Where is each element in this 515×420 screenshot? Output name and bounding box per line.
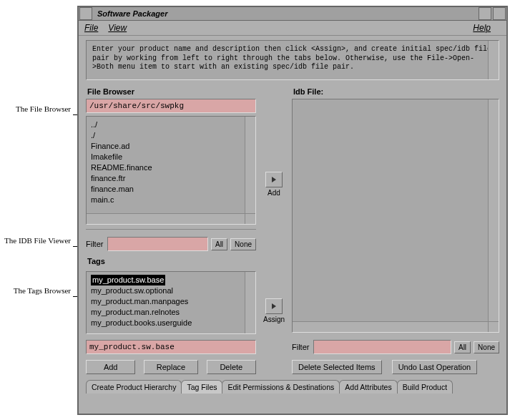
tags-label: Tags xyxy=(87,257,256,265)
menubar: File View Help xyxy=(79,21,506,36)
instruction-scrollbar[interactable] xyxy=(488,41,499,79)
file-list-item[interactable]: Imakefile xyxy=(91,152,251,162)
tags-add-button[interactable]: Add xyxy=(86,360,135,374)
file-list-item[interactable]: README.finance xyxy=(91,162,251,173)
tag-list-item[interactable]: my_product.sw.base xyxy=(91,275,251,285)
tag-list-item[interactable]: my_product.sw.optional xyxy=(91,285,251,296)
tab-add-attributes[interactable]: Add Attributes xyxy=(339,380,397,394)
annotation-text: The File Browser xyxy=(16,104,71,113)
add-arrow-button[interactable] xyxy=(265,172,283,187)
svg-marker-1 xyxy=(272,303,276,309)
tags-delete-button[interactable]: Delete xyxy=(207,360,256,374)
maximize-button[interactable] xyxy=(493,7,506,20)
titlebar[interactable]: Software Packager xyxy=(79,7,506,21)
window-title: Software Packager xyxy=(93,9,478,18)
file-list-item[interactable]: main.c xyxy=(91,195,251,205)
idb-filter-input[interactable] xyxy=(313,340,451,354)
idb-file-viewer[interactable] xyxy=(292,99,499,333)
tags-replace-button[interactable]: Replace xyxy=(144,360,197,374)
scrollbar-vertical[interactable] xyxy=(488,99,499,322)
scrollbar-horizontal[interactable] xyxy=(293,321,489,332)
tag-list-item[interactable]: my_product.books.userguide xyxy=(91,318,251,328)
window-menu-button[interactable] xyxy=(79,7,92,20)
idb-filter-label: Filter xyxy=(292,343,309,351)
file-browser-list[interactable]: .././Finance.adImakefileREADME.financefi… xyxy=(86,116,256,225)
svg-marker-0 xyxy=(272,177,276,182)
tags-list[interactable]: my_product.sw.basemy_product.sw.optional… xyxy=(86,271,256,334)
idb-none-button[interactable]: None xyxy=(474,341,499,353)
scrollbar-corner xyxy=(488,321,499,332)
annotation-text: The IDB File Viewer xyxy=(4,236,71,245)
scrollbar-horizontal[interactable] xyxy=(87,213,245,224)
tags-selected-field[interactable]: my_product.sw.base xyxy=(86,340,256,354)
idb-all-button[interactable]: All xyxy=(454,341,471,353)
add-label: Add xyxy=(268,189,280,197)
tag-list-item[interactable]: my_product.man.relnotes xyxy=(91,307,251,318)
instruction-content: Enter your product name and description … xyxy=(92,45,491,71)
file-list-item[interactable]: ../ xyxy=(91,119,251,130)
app-window: Software Packager File View Help Enter y… xyxy=(77,6,508,415)
scrollbar-vertical[interactable] xyxy=(245,272,255,333)
menu-view[interactable]: View xyxy=(108,23,127,33)
instruction-text: Enter your product name and description … xyxy=(86,40,499,80)
menu-help[interactable]: Help xyxy=(473,23,491,33)
file-browser-path[interactable]: /usr/share/src/swpkg xyxy=(86,99,256,113)
tab-edit-permissions[interactable]: Edit Permissions & Destinations xyxy=(222,380,340,394)
tab-tag-files[interactable]: Tag Files xyxy=(181,380,222,394)
scrollbar-vertical[interactable] xyxy=(245,117,255,214)
filter-label: Filter xyxy=(86,240,103,248)
assign-label: Assign xyxy=(263,316,285,323)
tab-create-product-hierarchy[interactable]: Create Product Hierarchy xyxy=(86,380,182,394)
tabs-bar: Create Product Hierarchy Tag Files Edit … xyxy=(86,380,499,394)
file-none-button[interactable]: None xyxy=(230,238,256,250)
file-all-button[interactable]: All xyxy=(211,238,227,250)
file-list-item[interactable]: Finance.ad xyxy=(91,141,251,152)
file-list-item[interactable]: finance.man xyxy=(91,184,251,195)
file-list-item[interactable]: finance.ftr xyxy=(91,173,251,184)
scrollbar-corner xyxy=(245,213,255,224)
minimize-button[interactable] xyxy=(479,7,491,20)
tab-build-product[interactable]: Build Product xyxy=(397,380,453,394)
arrow-right-icon xyxy=(270,176,278,183)
menu-file[interactable]: File xyxy=(84,23,98,33)
delete-selected-button[interactable]: Delete Selected Items xyxy=(292,360,382,374)
tag-list-item[interactable]: my_product.man.manpages xyxy=(91,296,251,307)
annotation-text: The Tags Browser xyxy=(14,286,71,295)
idb-label: Idb File: xyxy=(293,87,499,96)
file-browser-label: File Browser xyxy=(87,87,256,96)
file-list-item[interactable]: ./ xyxy=(91,130,251,141)
file-filter-input[interactable] xyxy=(107,237,208,251)
annotation-tags-browser: The Tags Browser xyxy=(3,286,71,295)
assign-arrow-button[interactable] xyxy=(265,298,283,314)
undo-last-button[interactable]: Undo Last Operation xyxy=(392,360,478,374)
annotation-idb-viewer: The IDB File Viewer xyxy=(3,236,71,245)
arrow-right-icon xyxy=(270,303,278,310)
annotation-file-browser: The File Browser xyxy=(3,104,71,113)
